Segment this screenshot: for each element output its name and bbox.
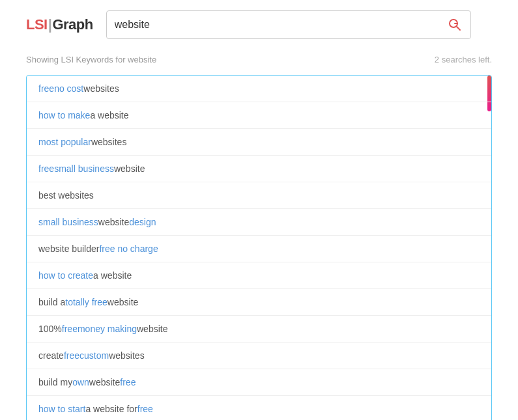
subheader-keyword: website (128, 55, 156, 64)
searches-left: 2 searches left. (435, 55, 492, 64)
list-item[interactable]: website builder free no charge (27, 236, 491, 262)
list-item[interactable]: create free custom websites (27, 343, 491, 369)
highlight-word: design (129, 217, 156, 227)
list-item[interactable]: build a totally free website (27, 289, 491, 316)
highlight-word: free (64, 350, 79, 361)
search-icon (447, 17, 463, 33)
list-item[interactable]: best websites (27, 182, 491, 209)
highlight-word: how to start (38, 404, 85, 414)
logo-pipe: | (48, 16, 52, 33)
highlight-word: small business (38, 217, 98, 227)
list-item[interactable]: how to start a website for free (27, 396, 491, 420)
highlight-word: free (38, 83, 54, 94)
subheader: Showing LSI Keywords for website 2 searc… (0, 49, 518, 75)
list-item[interactable]: free no cost websites (27, 76, 491, 102)
highlight-word: custom (79, 350, 109, 361)
highlight-word: most popular (38, 137, 91, 147)
list-item[interactable]: how to make a website (27, 102, 491, 129)
highlight-word: free (62, 324, 78, 334)
highlight-word: how to make (38, 110, 90, 120)
results-container: free no cost websiteshow to make a websi… (26, 75, 492, 420)
highlight-word: money making (78, 324, 137, 334)
highlight-word: how to create (38, 270, 93, 281)
logo: LSI | Graph (26, 16, 93, 33)
highlight-word: totally free (65, 297, 108, 307)
highlight-word: own (72, 377, 89, 387)
search-button[interactable] (447, 17, 463, 33)
list-item[interactable]: build my own website free (27, 369, 491, 396)
search-bar (106, 10, 471, 39)
list-item[interactable]: most popular websites (27, 129, 491, 156)
subheader-prefix: Showing LSI Keywords for (26, 55, 125, 64)
highlight-word: free (137, 404, 153, 414)
list-item[interactable]: small business website design (27, 209, 491, 236)
subheader-text: Showing LSI Keywords for website (26, 55, 156, 64)
highlight-word: free no charge (99, 244, 158, 254)
header: LSI | Graph (0, 0, 518, 49)
list-item[interactable]: free small business website (27, 156, 491, 182)
highlight-word: free (38, 163, 54, 174)
highlight-word: small business (54, 163, 114, 174)
highlight-word: free (120, 377, 136, 387)
logo-lsi: LSI (26, 16, 48, 33)
search-input[interactable] (115, 19, 447, 31)
list-item[interactable]: 100% free money making website (27, 316, 491, 343)
highlight-word: no cost (54, 83, 83, 94)
logo-graph: Graph (52, 16, 93, 33)
list-item[interactable]: how to create a website (27, 262, 491, 289)
